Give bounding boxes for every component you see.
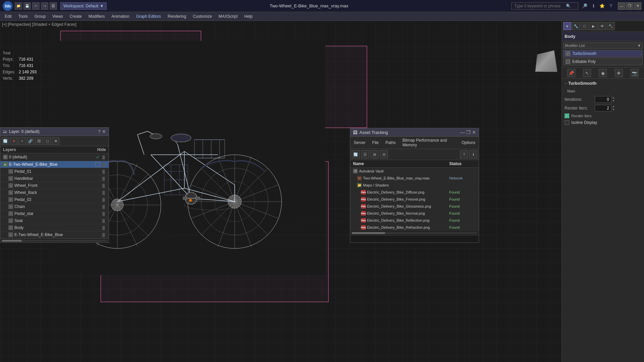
lp-delete-icon[interactable]: ✕ [10,137,17,145]
ts-collapse-icon[interactable]: − [565,81,567,86]
minimize-button[interactable]: — [618,2,625,10]
ap-menu-server[interactable]: Server [352,140,367,146]
at-table-btn[interactable]: ⊟ [380,150,388,158]
turbosmooth-modifier[interactable]: ✓ TurboSmooth [563,50,643,57]
viewport-cube[interactable] [531,48,558,74]
layer-panel-help-button[interactable]: ? [98,129,101,134]
pin-stack-icon[interactable]: 📌 [567,69,575,77]
layer-panel-header[interactable]: 🗂 Layer: 0 (default) ? ✕ [0,128,109,136]
layer-item-wheel-front[interactable]: ○ Wheel_Front ▐▌ [0,182,109,189]
lp-select-icon[interactable]: ◻ [44,137,51,145]
layer-item-default[interactable]: ☰ 0 (default) ✓ ▐▌ [0,153,109,161]
lp-unlink-icon[interactable]: ⛓ [35,137,43,145]
layer-item-pedal02[interactable]: ○ Pedal_02 ▐▌ [0,196,109,203]
asset-item-fresnel[interactable]: PNG Electric_Delivery_Bike_Fresnel.png F… [350,196,479,203]
layer-item-pedal01[interactable]: ○ Pedal_01 ▐▌ [0,168,109,175]
layer-item-e-bike-group[interactable]: ▶ E-Two-Wheel_E-Bike_Blue ▐▌ [0,161,109,168]
editable-poly-check[interactable] [566,59,570,64]
render-iters-value[interactable]: 2 [595,105,611,112]
rp-display-icon[interactable]: 👁 [598,22,606,30]
render-iters-up-icon[interactable]: ▲ [612,105,615,108]
menu-animation[interactable]: Animation [108,13,133,19]
lp-link-icon[interactable]: 🔗 [27,137,34,145]
rp-utilities-icon[interactable]: 🔨 [607,22,615,30]
turbosmooth-check[interactable]: ✓ [566,51,570,56]
layer-item-body[interactable]: ○ Body ▐▌ [0,224,109,231]
asset-item-refraction[interactable]: PNG Electric_Delivery_Bike_Refraction.pn… [350,224,479,231]
menu-edit[interactable]: Edit [1,13,15,19]
menu-maxscript[interactable]: MAXScript [215,13,241,19]
camera-icon[interactable]: 📷 [631,69,639,77]
help-icon[interactable]: ? [607,2,614,10]
undo-icon[interactable]: ↩ [32,2,40,10]
search-input[interactable] [514,4,565,8]
asset-item-vault[interactable]: 🏛 Autodesk Vault [350,168,479,175]
layer-panel-close-button[interactable]: ✕ [102,129,106,134]
layer-item-wheel-back[interactable]: ○ Wheel_Back ▐▌ [0,189,109,196]
ap-menu-file[interactable]: File [371,140,380,146]
editable-poly-modifier[interactable]: Editable Poly [563,58,643,65]
layer-scrollbar-thumb[interactable] [2,240,22,242]
render-iters-down-icon[interactable]: ▼ [612,108,615,112]
move-icon[interactable]: ✥ [615,69,623,77]
layer-item-pedal-star[interactable]: ○ Pedal_star ▐▌ [0,210,109,217]
asset-item-normal[interactable]: PNG Electric_Delivery_Bike_Normal.png Fo… [350,210,479,217]
at-list-btn[interactable]: ☰ [361,150,369,158]
asset-scrollbar-thumb[interactable] [352,232,385,234]
render-iters-checkbox[interactable]: ✓ [565,114,569,118]
menu-help[interactable]: Help [241,13,256,19]
ap-menu-options[interactable]: Options [460,140,477,146]
asset-item-glossiness[interactable]: PNG Electric_Delivery_Bike_Glossiness.pn… [350,203,479,210]
asset-item-diffuse[interactable]: PNG Electric_Delivery_Bike_Diffuse.png F… [350,189,479,196]
rp-motion-icon[interactable]: ▶ [589,22,597,30]
asset-panel-header[interactable]: 🖼 Asset Tracking — ❐ ✕ [350,128,479,137]
rp-star-icon[interactable]: ★ [563,22,571,30]
rp-modify-icon[interactable]: 🔧 [572,22,580,30]
menu-tools[interactable]: Tools [15,13,31,19]
iterations-value[interactable]: 0 [595,96,611,103]
layer-item-handlebar[interactable]: ○ Handlebar ▐▌ [0,175,109,182]
at-grid-btn[interactable]: ⊞ [370,150,378,158]
asset-panel-close-button[interactable]: ✕ [472,130,476,135]
layer-panel-scrollbar[interactable] [0,238,109,242]
search2-icon[interactable]: 🔎 [581,2,588,10]
iterations-down-icon[interactable]: ▼ [612,99,615,103]
render-icon[interactable]: 🖼 [50,2,57,10]
info-icon[interactable]: ℹ [590,2,597,10]
menu-customize[interactable]: Customize [189,13,215,19]
lp-freeze-icon[interactable]: ❄ [52,137,59,145]
star-icon[interactable]: ⭐ [598,2,606,10]
menu-modifiers[interactable]: Modifiers [85,13,108,19]
asset-item-reflection[interactable]: PNG Electric_Delivery_Bike_Reflection.pn… [350,217,479,224]
lp-add-icon[interactable]: + [18,137,26,145]
menu-views[interactable]: Views [49,13,66,19]
isoline-checkbox[interactable] [565,120,569,125]
at-refresh-btn[interactable]: 🔄 [352,150,360,158]
layer-item-seat[interactable]: ○ Seat ▐▌ [0,217,109,224]
menu-graph-editors[interactable]: Graph Editors [133,13,164,19]
asset-panel-restore-button[interactable]: ❐ [466,130,471,135]
layer-item-chain[interactable]: ○ Chain ▐▌ [0,203,109,210]
menu-group[interactable]: Group [31,13,49,19]
layer-item-e-bike-sub[interactable]: ○ E-Two-Wheel_E-Bike_Blue ▐▌ [0,231,109,238]
asset-panel-scrollbar-h[interactable] [350,231,479,235]
iterations-up-icon[interactable]: ▲ [612,96,615,99]
at-help-btn[interactable]: ? [460,150,468,158]
lp-refresh-icon[interactable]: 🔄 [2,137,9,145]
search-icon[interactable]: 🔍 [566,4,571,8]
save-icon[interactable]: 💾 [23,2,31,10]
asset-panel-input-field[interactable] [350,235,479,242]
redo-icon[interactable]: ↪ [41,2,48,10]
menu-create[interactable]: Create [66,13,85,19]
restore-button[interactable]: ❐ [626,2,633,10]
asset-panel-minimize-button[interactable]: — [460,130,465,135]
rp-hierarchy-icon[interactable]: ⬡ [581,22,589,30]
asset-item-maps-folder[interactable]: 📂 Maps / Shaders [350,182,479,189]
layer-e-bike-box[interactable] [95,162,100,167]
ap-menu-paths[interactable]: Paths [384,140,397,146]
asset-item-max-file[interactable]: M Two-Wheel_E-Bike_Blue_max_vray.max Net… [350,175,479,182]
ring-icon[interactable]: ◉ [599,69,607,77]
close-button[interactable]: ✕ [634,2,641,10]
open-file-icon[interactable]: 📁 [15,2,22,10]
workspace-selector[interactable]: Workspace: Default ▼ [60,2,107,10]
